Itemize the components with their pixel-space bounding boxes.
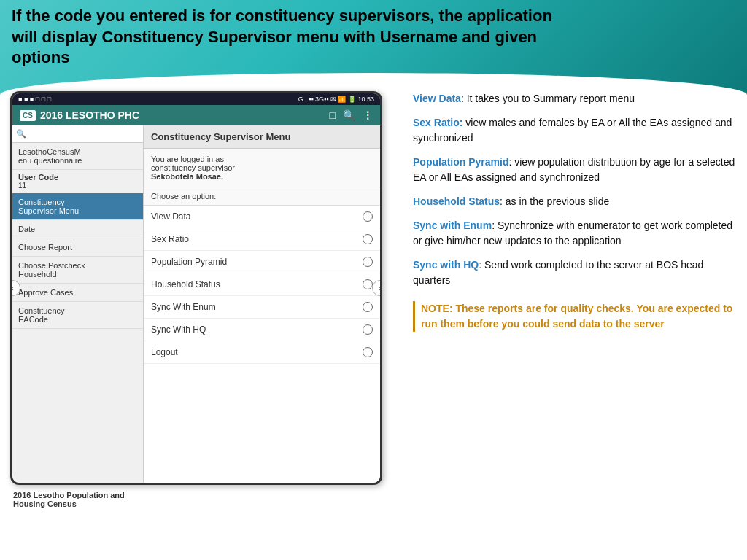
desc-sync-hq: Sync with HQ: Send work completed to the… [413, 257, 735, 288]
radio-sync-hq[interactable] [363, 324, 373, 335]
phone-sidebar: 🔍 LesothoCensusMenu questionnaire User C… [12, 125, 144, 483]
sidebar-search[interactable]: 🔍 [12, 125, 143, 143]
radio-logout[interactable] [363, 347, 373, 357]
search-small-icon: 🔍 [16, 129, 26, 139]
sidebar-item-approve[interactable]: Approve Cases [12, 284, 143, 302]
desc-sync-hq-label: Sync with HQ [413, 259, 479, 271]
login-username: Sekobotela Mosae. [151, 172, 373, 181]
header-line3: options [12, 48, 69, 66]
desc-sex-ratio: Sex Ratio: view males and females by EA … [413, 115, 735, 146]
desc-view-data-text: : It takes you to Summary report menu [461, 93, 635, 104]
menu-item-sync-hq[interactable]: Sync With HQ [144, 319, 380, 341]
phone-choose-option: Choose an option: [144, 187, 380, 206]
phone-section: ‹ › ■ ■ ■ □ □ □ G.. ▪▪ 3G▪▪ ✉ 📶 🔋 ◀ G.. … [0, 84, 401, 560]
header-line1: If the code you entered is for constitue… [12, 7, 552, 25]
phone-body: 🔍 LesothoCensusMenu questionnaire User C… [12, 125, 380, 483]
desc-household-status-text: : as in the previous slide [500, 195, 609, 207]
main-content: ‹ › ■ ■ ■ □ □ □ G.. ▪▪ 3G▪▪ ✉ 📶 🔋 ◀ G.. … [0, 84, 747, 560]
cs-logo: CS [20, 110, 36, 121]
desc-view-data: View Data: It takes you to Summary repor… [413, 91, 735, 106]
phone-mockup: ‹ › ■ ■ ■ □ □ □ G.. ▪▪ 3G▪▪ ✉ 📶 🔋 ◀ G.. … [10, 91, 382, 485]
note-text: NOTE: These reports are for quality chec… [421, 301, 735, 332]
description-panel: View Data: It takes you to Summary repor… [401, 84, 747, 560]
menu-item-population-pyramid[interactable]: Population Pyramid [144, 251, 380, 273]
header-text: If the code you entered is for constitue… [12, 6, 735, 69]
sidebar-item-choose-report[interactable]: Choose Report [12, 238, 143, 257]
sidebar-item-date[interactable]: Date [12, 220, 143, 238]
phone-menu-list: View Data Sex Ratio Population Pyramid [144, 206, 380, 364]
sidebar-item-postcheck[interactable]: Choose PostcheckHousehold [12, 257, 143, 284]
menu-item-sex-ratio[interactable]: Sex Ratio [144, 228, 380, 251]
bottom-caption: 2016 Lesotho Population and Housing Cens… [13, 491, 144, 508]
desc-population-pyramid: Population Pyramid: view population dist… [413, 155, 735, 185]
menu-icon[interactable]: ⋮ [363, 109, 373, 121]
square-icon[interactable]: □ [330, 109, 336, 121]
menu-item-view-data[interactable]: View Data [144, 206, 380, 228]
login-line1: You are logged in as [151, 155, 373, 163]
sidebar-item-constituency-menu[interactable]: ConstituencySupervisor Menu [12, 193, 143, 220]
phone-app-header: CS 2016 LESOTHO PHC □ 🔍 ⋮ [12, 105, 380, 125]
menu-item-sync-enum[interactable]: Sync With Enum [144, 296, 380, 319]
desc-sex-ratio-label: Sex Ratio: [413, 117, 462, 128]
phone-login-info: You are logged in as constituency superv… [144, 149, 380, 187]
app-title: 2016 LESOTHO PHC [40, 109, 139, 121]
desc-household-status: Household Status: as in the previous sli… [413, 194, 735, 209]
menu-item-household-status[interactable]: Household Status [144, 273, 380, 296]
login-line2: constituency supervisor [151, 163, 373, 172]
status-right-info: G.. ▪▪ 3G▪▪ ✉ 📶 🔋 ◀ G.. ▪▪ 3G▪▪ ✉ 📶 🔋 10… [298, 96, 374, 103]
phone-content: Constituency Supervisor Menu You are log… [144, 125, 380, 483]
desc-household-status-label: Household Status [413, 195, 500, 207]
radio-sync-enum[interactable] [363, 302, 373, 312]
radio-household-status[interactable] [363, 279, 373, 289]
status-bar: ■ ■ ■ □ □ □ G.. ▪▪ 3G▪▪ ✉ 📶 🔋 ◀ G.. ▪▪ 3… [12, 93, 380, 105]
radio-population-pyramid[interactable] [363, 257, 373, 267]
radio-view-data[interactable] [363, 211, 373, 222]
header-line2: will display Constituency Supervisor men… [12, 28, 537, 46]
sidebar-item-lesotho[interactable]: LesothoCensusMenu questionnaire [12, 143, 143, 170]
desc-view-data-label: View Data [413, 93, 461, 104]
phone-header-left: CS 2016 LESOTHO PHC [20, 109, 139, 121]
sidebar-item-eacode[interactable]: ConstituencyEACode [12, 302, 143, 329]
desc-sync-enum-label: Sync with Enum [413, 219, 492, 231]
radio-sex-ratio[interactable] [363, 234, 373, 244]
sidebar-user-code: User Code 11 [12, 170, 143, 193]
desc-sync-enum: Sync with Enum: Synchronize with enumera… [413, 218, 735, 249]
status-left-icons: ■ ■ ■ □ □ □ [18, 96, 51, 103]
menu-item-logout[interactable]: Logout [144, 341, 380, 364]
phone-content-title: Constituency Supervisor Menu [144, 125, 380, 149]
search-icon[interactable]: 🔍 [343, 109, 355, 121]
phone-header-icons: □ 🔍 ⋮ [330, 109, 373, 121]
desc-population-pyramid-label: Population Pyramid [413, 156, 508, 168]
